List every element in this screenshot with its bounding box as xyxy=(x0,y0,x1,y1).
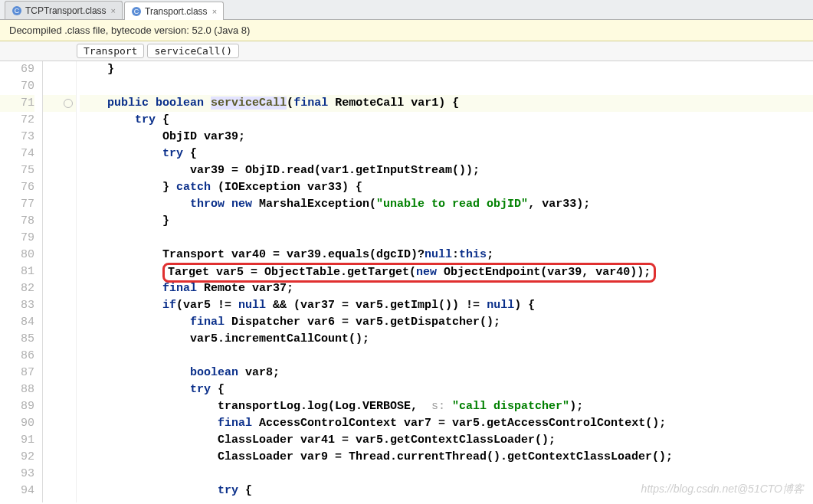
line-number: 72 xyxy=(0,112,34,129)
breadcrumb-method[interactable]: serviceCall() xyxy=(147,44,239,58)
editor-tab-bar: C TCPTransport.class × C Transport.class… xyxy=(0,0,813,20)
code-line[interactable]: public boolean serviceCall(final RemoteC… xyxy=(80,95,813,112)
code-line[interactable]: } xyxy=(80,61,813,78)
decompile-banner: Decompiled .class file, bytecode version… xyxy=(0,20,813,41)
line-number: 69 xyxy=(0,61,34,78)
line-number: 87 xyxy=(0,365,34,381)
tab-tcptransport[interactable]: C TCPTransport.class × xyxy=(5,1,123,19)
code-editor[interactable]: 6970717273747576777879808182838485868788… xyxy=(0,61,813,502)
tab-transport[interactable]: C Transport.class × xyxy=(124,2,224,20)
code-line[interactable]: final Remote var37; xyxy=(80,280,813,297)
line-number: 82 xyxy=(0,280,34,297)
svg-text:C: C xyxy=(15,7,20,15)
line-number: 89 xyxy=(0,398,34,415)
line-number: 73 xyxy=(0,129,34,146)
line-number: 86 xyxy=(0,348,34,365)
line-number: 91 xyxy=(0,432,34,449)
line-number: 71 xyxy=(0,95,34,112)
code-line[interactable]: } xyxy=(80,213,813,230)
line-number: 90 xyxy=(0,415,34,432)
line-number: 77 xyxy=(0,196,34,213)
line-number-gutter: 6970717273747576777879808182838485868788… xyxy=(0,61,43,502)
line-number: 76 xyxy=(0,179,34,196)
gutter-marks xyxy=(43,61,77,502)
line-number: 83 xyxy=(0,297,34,314)
line-number: 85 xyxy=(0,331,34,348)
code-line[interactable]: try { xyxy=(80,483,813,499)
code-line[interactable] xyxy=(80,78,813,95)
code-line[interactable]: Transport var40 = var39.equals(dgcID)?nu… xyxy=(80,247,813,263)
line-number: 74 xyxy=(0,146,34,162)
code-line[interactable] xyxy=(80,348,813,365)
line-number: 88 xyxy=(0,381,34,398)
code-line[interactable]: transportLog.log(Log.VERBOSE, s: "call d… xyxy=(80,398,813,415)
line-number: 93 xyxy=(0,466,34,483)
banner-text: Decompiled .class file, bytecode version… xyxy=(9,25,250,36)
line-number: 81 xyxy=(0,263,34,280)
line-number: 79 xyxy=(0,230,34,247)
code-line[interactable]: final Dispatcher var6 = var5.getDispatch… xyxy=(80,314,813,331)
tab-label: Transport.class xyxy=(145,6,208,17)
code-line[interactable]: ObjID var39; xyxy=(80,129,813,146)
code-line[interactable]: var39 = ObjID.read(var1.getInputStream()… xyxy=(80,162,813,179)
line-number: 92 xyxy=(0,449,34,466)
code-line[interactable]: } catch (IOException var33) { xyxy=(80,179,813,196)
code-line[interactable]: var5.incrementCallCount(); xyxy=(80,331,813,348)
tab-label: TCPTransport.class xyxy=(25,5,107,16)
code-content[interactable]: } public boolean serviceCall(final Remot… xyxy=(77,61,813,502)
code-line[interactable]: ClassLoader var9 = Thread.currentThread(… xyxy=(80,449,813,466)
code-line[interactable]: try { xyxy=(80,381,813,398)
line-number: 70 xyxy=(0,78,34,95)
line-number: 78 xyxy=(0,213,34,230)
code-line[interactable]: throw new MarshalException("unable to re… xyxy=(80,196,813,213)
svg-text:C: C xyxy=(134,8,139,15)
code-line[interactable]: try { xyxy=(80,112,813,129)
line-number: 94 xyxy=(0,483,34,499)
code-line[interactable]: if(var5 != null && (var37 = var5.getImpl… xyxy=(80,297,813,314)
code-line[interactable]: ClassLoader var41 = var5.getContextClass… xyxy=(80,432,813,449)
line-number: 80 xyxy=(0,247,34,263)
breadcrumb-class[interactable]: Transport xyxy=(77,44,144,58)
line-number: 84 xyxy=(0,314,34,331)
override-gutter-icon[interactable] xyxy=(43,95,76,112)
close-icon[interactable]: × xyxy=(212,7,217,16)
close-icon[interactable]: × xyxy=(111,6,116,15)
code-line[interactable]: boolean var8; xyxy=(80,365,813,381)
code-line[interactable]: try { xyxy=(80,146,813,162)
class-icon: C xyxy=(131,6,142,17)
code-line[interactable]: Target var5 = ObjectTable.getTarget(new … xyxy=(80,263,813,280)
code-line[interactable]: final AccessControlContext var7 = var5.g… xyxy=(80,415,813,432)
breadcrumb-bar: Transport serviceCall() xyxy=(0,41,813,61)
class-icon: C xyxy=(11,5,22,16)
line-number: 75 xyxy=(0,162,34,179)
code-line[interactable] xyxy=(80,466,813,483)
code-line[interactable] xyxy=(80,230,813,247)
